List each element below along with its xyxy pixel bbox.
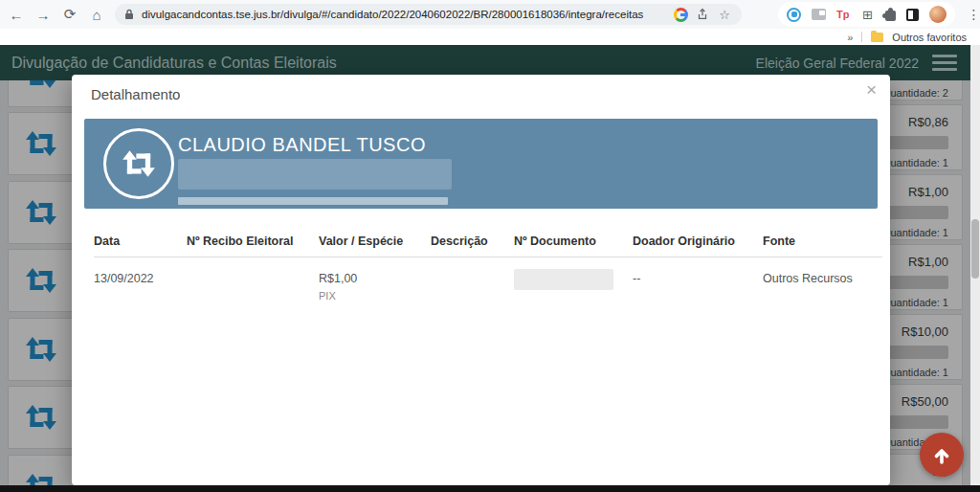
back-icon[interactable]: ← — [8, 7, 25, 23]
home-icon[interactable]: ⌂ — [88, 7, 105, 23]
scroll-to-top-button[interactable] — [920, 433, 964, 477]
other-bookmarks-label[interactable]: Outros favoritos — [892, 32, 967, 43]
candidate-name: CLAUDIO BANDEL TUSCO — [178, 134, 426, 156]
table-header-cell[interactable]: Descrição — [431, 235, 514, 248]
divider — [861, 32, 862, 42]
table-header-row: DataNº Recibo EleitoralValor / EspécieDe… — [94, 235, 882, 257]
profile-avatar[interactable] — [929, 6, 947, 23]
table-row[interactable]: 13/09/2022 R$1,00 PIX -- Outros Recursos — [94, 257, 882, 302]
scrollbar-track[interactable] — [970, 45, 980, 485]
table-header-cell[interactable]: Valor / Espécie — [319, 235, 431, 248]
bookmark-star-icon[interactable]: ☆ — [717, 7, 732, 22]
value-amount: R$1,00 — [319, 272, 431, 285]
extensions-area: Tp ⊞ — [778, 2, 955, 27]
blue-extension-icon[interactable] — [787, 8, 801, 22]
cell-source: Outros Recursos — [763, 272, 882, 302]
table-header-cell[interactable]: Fonte — [763, 235, 882, 248]
cell-receipt — [187, 272, 319, 302]
close-icon[interactable]: × — [866, 80, 877, 99]
receipts-table: DataNº Recibo EleitoralValor / EspécieDe… — [94, 235, 882, 302]
browser-toolbar: ← → ⟳ ⌂ divulgacandcontas.tse.jus.br/div… — [0, 0, 980, 29]
folder-icon — [871, 33, 883, 42]
lock-icon — [124, 9, 134, 20]
cell-original-donor: -- — [633, 272, 763, 302]
candidate-banner: CLAUDIO BANDEL TUSCO — [84, 119, 878, 209]
detail-modal: Detalhamento × CLAUDIO BANDEL TUSCO Data… — [72, 75, 890, 485]
redacted-document — [514, 269, 613, 290]
bookmarks-bar: » Outros favoritos — [0, 29, 980, 45]
table-header-cell[interactable]: Data — [94, 235, 187, 248]
grid-extension-icon[interactable]: ⊞ — [859, 7, 875, 22]
url-text[interactable]: divulgacandcontas.tse.jus.br/divulga/#/c… — [142, 9, 666, 20]
modal-title: Detalhamento — [91, 86, 180, 102]
window-bottom-edge — [0, 485, 980, 492]
tp-extension-icon[interactable]: Tp — [836, 9, 849, 20]
cell-date: 13/09/2022 — [94, 272, 187, 302]
reload-icon[interactable]: ⟳ — [61, 6, 78, 23]
browser-menu-icon[interactable]: ⋮ — [967, 7, 980, 22]
table-header-cell[interactable]: Nº Recibo Eleitoral — [187, 235, 319, 248]
address-bar[interactable]: divulgacandcontas.tse.jus.br/divulga/#/c… — [115, 4, 742, 25]
scrollbar-thumb[interactable] — [971, 219, 979, 279]
retweet-icon — [121, 149, 157, 178]
bookmarks-overflow-icon[interactable]: » — [847, 32, 853, 43]
google-icon[interactable] — [674, 8, 688, 22]
redacted-candidate-bar — [178, 197, 448, 205]
receipt-circle-badge — [103, 128, 174, 199]
cell-document — [514, 272, 633, 302]
up-arrow-icon — [930, 443, 953, 466]
table-header-cell[interactable]: Nº Documento — [514, 235, 633, 248]
reader-mode-icon[interactable] — [906, 9, 919, 21]
gray-extension-icon[interactable] — [812, 9, 826, 20]
table-header-cell[interactable]: Doador Originário — [633, 235, 763, 248]
redacted-candidate-info — [178, 159, 452, 190]
forward-icon[interactable]: → — [34, 7, 52, 23]
share-icon[interactable] — [696, 8, 709, 21]
extensions-puzzle-icon[interactable] — [885, 11, 896, 21]
cell-value: R$1,00 PIX — [319, 272, 431, 302]
value-method: PIX — [319, 290, 431, 302]
cell-description — [431, 272, 514, 302]
